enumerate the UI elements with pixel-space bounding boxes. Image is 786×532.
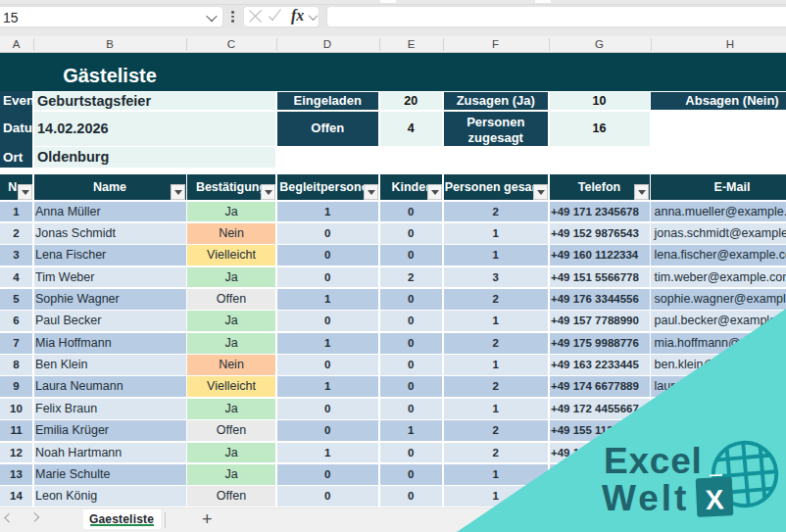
svg-text:Excel: Excel — [604, 441, 703, 481]
svg-text:Welt: Welt — [602, 478, 689, 518]
svg-text:X: X — [705, 484, 724, 515]
